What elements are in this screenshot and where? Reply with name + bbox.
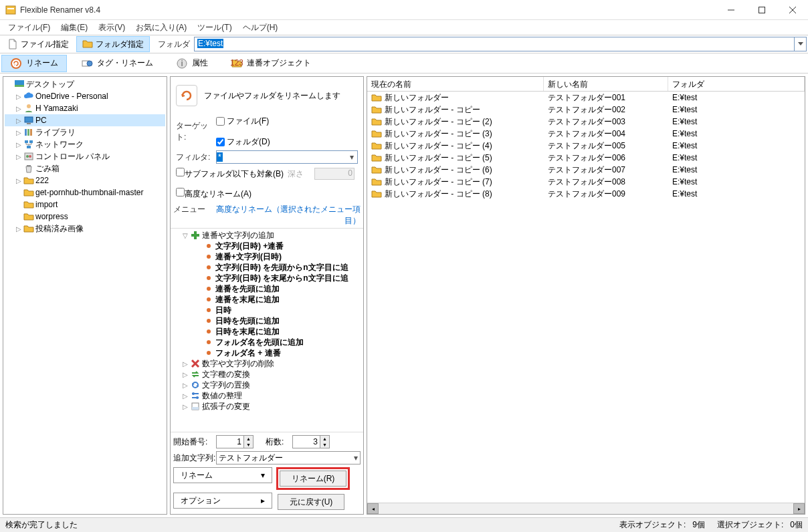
- tree-node[interactable]: import: [5, 198, 165, 211]
- mode-tag-rename-button[interactable]: タグ・リネーム: [72, 55, 162, 72]
- start-num-input[interactable]: ▲▼: [216, 435, 254, 448]
- file-row[interactable]: 新しいフォルダー - コピー テストフォルダー002 E:¥test: [367, 104, 805, 116]
- tree-node[interactable]: ▷H Yamazaki: [5, 102, 165, 114]
- rename-mode-combo[interactable]: リネーム▾: [173, 467, 272, 483]
- col-current[interactable]: 現在の名前: [367, 77, 544, 91]
- op-group[interactable]: ▷拡張子の変更: [171, 401, 363, 412]
- mode-rename-button[interactable]: リネーム: [1, 55, 67, 72]
- file-row[interactable]: 新しいフォルダー - コピー (8) テストフォルダー009 E:¥test: [367, 188, 805, 200]
- op-item[interactable]: 日時: [171, 305, 363, 315]
- tag-icon: [81, 57, 93, 70]
- op-item[interactable]: 連番を先頭に追加: [171, 283, 363, 294]
- tree-node[interactable]: ▷ライブラリ: [5, 126, 165, 138]
- file-spec-button[interactable]: ファイル指定: [1, 36, 75, 52]
- op-item[interactable]: 日時を先頭に追加: [171, 315, 363, 326]
- maximize-button[interactable]: [746, 0, 777, 20]
- op-group[interactable]: ▷数字や文字列の削除: [171, 358, 363, 369]
- depth-label: 深さ: [288, 168, 304, 180]
- menu-favorites[interactable]: お気に入り(A): [130, 21, 192, 35]
- op-item[interactable]: フォルダ名を先頭に追加: [171, 337, 363, 348]
- tree-node[interactable]: ▷OneDrive - Personal: [5, 90, 165, 102]
- filter-input[interactable]: *▾: [216, 150, 358, 164]
- menu-tools[interactable]: ツール(T): [192, 21, 237, 35]
- status-select-count: 0個: [790, 519, 803, 531]
- tree-node[interactable]: ▷222: [5, 174, 165, 186]
- file-row[interactable]: 新しいフォルダー テストフォルダー001 E:¥test: [367, 92, 805, 104]
- svg-rect-22: [27, 146, 31, 148]
- tree-node-desktop[interactable]: デスクトップ: [5, 78, 165, 90]
- add-string-input[interactable]: テストフォルダー▾: [216, 451, 361, 464]
- rename-icon: [10, 57, 22, 70]
- file-row[interactable]: 新しいフォルダー - コピー (5) テストフォルダー006 E:¥test: [367, 152, 805, 164]
- filter-label: フィルタ:: [176, 152, 216, 163]
- file-icon: [7, 39, 18, 49]
- svg-point-33: [207, 287, 211, 291]
- file-list-panel: 現在の名前 新しい名前 フォルダ 新しいフォルダー テストフォルダー001 E:…: [367, 76, 805, 515]
- mode-rename-label: リネーム: [26, 57, 58, 69]
- menu-help[interactable]: ヘルプ(H): [237, 21, 284, 35]
- menu-view[interactable]: 表示(V): [93, 21, 130, 35]
- svg-rect-28: [191, 234, 199, 237]
- svg-text:123: 123: [231, 58, 243, 68]
- menu-detail-link[interactable]: 高度なリネーム（選択されたメニュー項目）: [205, 204, 361, 227]
- svg-point-42: [192, 392, 195, 395]
- op-group[interactable]: ▷数値の整理: [171, 390, 363, 401]
- op-item[interactable]: 文字列(日時) を末尾からn文字目に追: [171, 273, 363, 283]
- svg-point-35: [207, 308, 211, 312]
- digits-input[interactable]: ▲▼: [292, 435, 330, 448]
- path-dropdown-button[interactable]: [795, 37, 807, 51]
- status-message: 検索が完了しました: [5, 519, 78, 531]
- op-item[interactable]: 文字列(日時) +連番: [171, 241, 363, 251]
- menu-file[interactable]: ファイル(F): [3, 21, 56, 35]
- op-item[interactable]: 連番+文字列(日時): [171, 251, 363, 262]
- start-num-label: 開始番号:: [173, 436, 216, 448]
- op-group[interactable]: ▷文字列の置換: [171, 380, 363, 390]
- mode-attributes-button[interactable]: i 属性: [167, 55, 217, 72]
- svg-point-37: [207, 329, 211, 334]
- svg-point-14: [27, 104, 31, 108]
- subfolder-checkbox[interactable]: サブフォルダ以下も対象(B): [176, 168, 284, 180]
- mode-serial-button[interactable]: 123 連番オブジェクト: [222, 55, 320, 72]
- tree-node[interactable]: ▷コントロール パネル: [5, 150, 165, 162]
- target-file-checkbox[interactable]: ファイル(F): [216, 116, 270, 127]
- horizontal-scrollbar[interactable]: ◂▸: [367, 503, 805, 514]
- path-input[interactable]: E:¥test: [194, 37, 795, 51]
- serial-icon: 123: [231, 57, 243, 70]
- file-row[interactable]: 新しいフォルダー - コピー (3) テストフォルダー004 E:¥test: [367, 128, 805, 140]
- tree-node[interactable]: ごみ箱: [5, 162, 165, 174]
- menubar: ファイル(F) 編集(E) 表示(V) お気に入り(A) ツール(T) ヘルプ(…: [0, 20, 808, 35]
- advanced-checkbox[interactable]: 高度なリネーム(A): [176, 188, 251, 200]
- tree-node[interactable]: worpress: [5, 211, 165, 223]
- depth-input[interactable]: 0: [314, 168, 355, 180]
- file-row[interactable]: 新しいフォルダー - コピー (6) テストフォルダー007 E:¥test: [367, 164, 805, 176]
- menu-edit[interactable]: 編集(E): [56, 21, 93, 35]
- menu-header-label: メニュー: [173, 204, 205, 227]
- digits-label: 桁数:: [266, 436, 292, 448]
- op-item[interactable]: 文字列(日時) を先頭からn文字目に追: [171, 262, 363, 273]
- op-group[interactable]: ▷文字種の変換: [171, 369, 363, 380]
- tree-node[interactable]: get-pornhub-thumbnail-master: [5, 186, 165, 198]
- op-item[interactable]: フォルダ名 + 連番: [171, 348, 363, 358]
- op-group[interactable]: ▽連番や文字列の追加: [171, 230, 363, 241]
- svg-point-34: [207, 297, 211, 301]
- rename-header-icon: [176, 85, 197, 106]
- tree-node[interactable]: ▷投稿済み画像: [5, 223, 165, 235]
- target-folder-checkbox[interactable]: フォルダ(D): [216, 136, 270, 148]
- file-row[interactable]: 新しいフォルダー - コピー (7) テストフォルダー008 E:¥test: [367, 176, 805, 188]
- minimize-button[interactable]: [716, 0, 746, 20]
- undo-button[interactable]: 元に戻す(U): [278, 494, 344, 510]
- col-new[interactable]: 新しい名前: [544, 77, 668, 91]
- op-item[interactable]: 連番を末尾に追加: [171, 294, 363, 305]
- col-folder[interactable]: フォルダ: [668, 77, 805, 91]
- file-row[interactable]: 新しいフォルダー - コピー (2) テストフォルダー003 E:¥test: [367, 116, 805, 128]
- rename-button[interactable]: リネーム(R): [280, 471, 346, 487]
- tree-node[interactable]: ▷PC: [5, 114, 165, 126]
- op-item[interactable]: 日時を末尾に追加: [171, 326, 363, 337]
- folder-spec-button[interactable]: フォルダ指定: [76, 36, 150, 52]
- svg-rect-13: [15, 85, 24, 87]
- close-button[interactable]: [777, 0, 808, 20]
- file-row[interactable]: 新しいフォルダー - コピー (4) テストフォルダー005 E:¥test: [367, 140, 805, 152]
- titlebar: Flexible Renamer v8.4: [0, 0, 808, 20]
- option-button[interactable]: オプション▸: [173, 493, 272, 509]
- tree-node[interactable]: ▷ネットワーク: [5, 138, 165, 150]
